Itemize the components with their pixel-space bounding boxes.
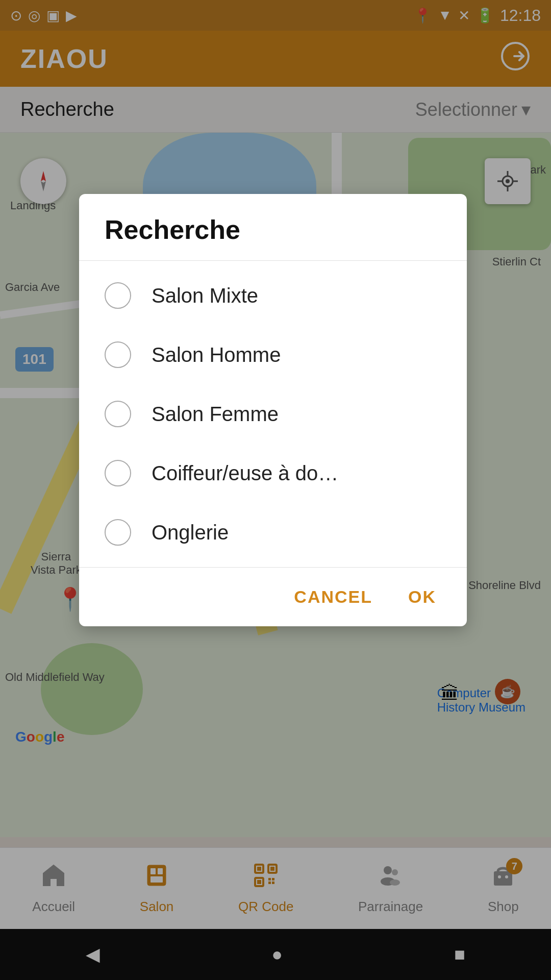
radio-salon-homme[interactable] — [105, 341, 131, 368]
dialog-actions: CANCEL OK — [79, 568, 467, 626]
option-salon-femme[interactable]: Salon Femme — [79, 384, 467, 444]
recherche-dialog: Recherche Salon Mixte Salon Homme Salon … — [79, 194, 467, 626]
cancel-button[interactable]: CANCEL — [284, 582, 383, 612]
dialog-options: Salon Mixte Salon Homme Salon Femme Coif… — [79, 261, 467, 568]
ok-button[interactable]: OK — [398, 582, 446, 612]
radio-salon-femme[interactable] — [105, 401, 131, 427]
radio-onglerie[interactable] — [105, 519, 131, 546]
option-label-salon-homme: Salon Homme — [152, 344, 281, 366]
option-onglerie[interactable]: Onglerie — [79, 503, 467, 562]
radio-salon-mixte[interactable] — [105, 282, 131, 309]
option-salon-mixte[interactable]: Salon Mixte — [79, 266, 467, 325]
option-label-coiffeur: Coiffeur/euse à do… — [152, 462, 338, 485]
option-label-salon-femme: Salon Femme — [152, 403, 279, 426]
option-coiffeur[interactable]: Coiffeur/euse à do… — [79, 444, 467, 503]
radio-coiffeur[interactable] — [105, 460, 131, 486]
option-salon-homme[interactable]: Salon Homme — [79, 325, 467, 384]
option-label-salon-mixte: Salon Mixte — [152, 284, 258, 307]
dialog-title: Recherche — [79, 194, 467, 261]
option-label-onglerie: Onglerie — [152, 521, 229, 544]
